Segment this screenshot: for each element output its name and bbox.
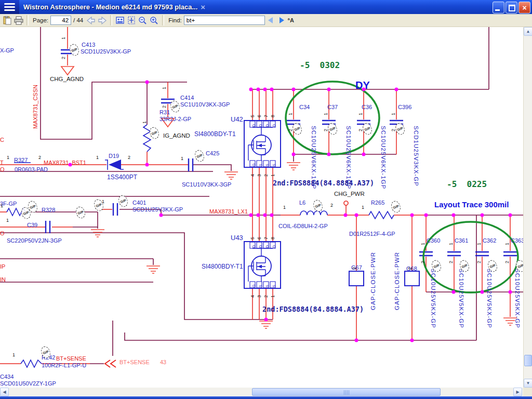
fit-width-button[interactable] (114, 15, 126, 26)
junction-dot (362, 88, 366, 91)
find-input[interactable] (184, 16, 265, 25)
scroll-down-button[interactable]: ▼ (524, 379, 532, 388)
scroll-left-button[interactable]: ◀ (0, 388, 9, 396)
next-view-button[interactable] (97, 15, 108, 26)
schematic-text: C425 (206, 150, 219, 156)
junction-dot (263, 88, 267, 91)
schematic-text: C414 (180, 95, 194, 101)
schematic-text: 2 (161, 105, 167, 108)
schematic-text: COIL-6D8UH-2-GP (278, 223, 328, 229)
junction-dot (69, 163, 72, 167)
horizontal-scrollbar[interactable]: ◀ ▶ (0, 388, 523, 396)
schematic-text: 1 (323, 113, 329, 115)
schematic-text: 1 (181, 155, 183, 162)
close-button[interactable]: × (518, 2, 530, 14)
schematic-text: 1 (60, 37, 66, 39)
schematic-text: GAP-CLOSE-PWR (394, 252, 400, 310)
menu-icon[interactable] (0, 0, 19, 14)
find-next-icon (280, 17, 284, 23)
schematic-text: 2 (128, 154, 130, 161)
junction-dot (327, 88, 331, 91)
schematic-text: CHG_PWR (334, 191, 365, 197)
zoom-out-button[interactable] (137, 15, 149, 26)
schematic-text: G (251, 164, 257, 166)
fit-page-button[interactable] (126, 15, 137, 26)
schematic-text: 1 (6, 217, 9, 223)
schematic-text: 1 (283, 204, 286, 210)
schematic-text: 2 (476, 261, 482, 263)
schematic-text: 4 (249, 174, 256, 177)
junction-dot (159, 214, 163, 217)
schematic-text: IN (0, 276, 6, 283)
junction-dot (424, 214, 428, 217)
schematic-text: 2 (504, 261, 510, 263)
minimize-button[interactable] (493, 2, 504, 14)
schematic-text: 1 (448, 243, 454, 245)
schematic-text: L6 (299, 200, 305, 206)
schematic-text: SC1U10V3KX-3GP (180, 101, 230, 108)
page-number-input[interactable] (50, 16, 71, 25)
schematic-text: D (251, 124, 257, 127)
schematic-text: MAX8731_CSSN (32, 85, 38, 129)
vertical-scrollbar[interactable]: ▲ ▼ (523, 27, 532, 388)
toolbar-separator (110, 15, 112, 25)
schematic-text: C413 (82, 42, 95, 48)
scroll-up-button[interactable]: ▲ (524, 27, 532, 36)
snapshot-button[interactable] (2, 15, 13, 26)
junction-dot (410, 214, 414, 217)
printer-icon (14, 16, 23, 25)
schematic-text: 2 (60, 57, 66, 59)
schematic-text: D (251, 245, 257, 248)
zoom-in-button[interactable] (149, 15, 160, 26)
find-label: Find: (168, 17, 182, 23)
schematic-text: SC1U10V3KX-3GP (182, 181, 231, 188)
schematic-text: D (258, 245, 264, 248)
schematic-text: 2 (420, 261, 426, 263)
schematic-text: SCD01U50V2ZY-1GP (0, 380, 56, 387)
schematic-text: 33R2J-2-GP (159, 116, 191, 122)
clipboard-icon (3, 16, 12, 25)
schematic-text: SC10U25V6KX-1GP (380, 126, 387, 190)
find-previous-button[interactable] (265, 15, 276, 26)
schematic-text: R265 (371, 200, 384, 206)
print-button[interactable] (13, 15, 24, 26)
document-close-icon[interactable]: × (201, 4, 205, 11)
scroll-right-button[interactable]: ▶ (513, 388, 522, 396)
junction-dot (355, 214, 358, 217)
schematic-text: SC10U25V5KX-GP (514, 269, 521, 328)
junction-dot (264, 318, 268, 322)
restore-icon (509, 5, 515, 11)
previous-view-button[interactable] (85, 15, 97, 26)
schematic-text: S (258, 285, 264, 287)
zoom-out-icon (138, 16, 148, 25)
vertical-scroll-thumb[interactable] (524, 355, 532, 366)
junction-dot (481, 214, 484, 217)
schematic-text: 7 (263, 115, 269, 117)
junction-dot (509, 290, 512, 294)
schematic-text: BT+SENSE (119, 359, 150, 365)
junction-dot (452, 214, 456, 217)
schematic-text: C396 (398, 104, 411, 110)
junction-dot (481, 290, 484, 294)
schematic-text: C401 (132, 200, 146, 206)
junction-dot (362, 153, 366, 156)
back-arrow-icon (86, 16, 96, 25)
schematic-text: R31 (159, 109, 170, 115)
schematic-text: C (0, 137, 4, 143)
restore-button[interactable] (506, 2, 517, 14)
schematic-text: 1 (504, 243, 510, 245)
schematic-text: 0R0603-PAD (15, 166, 48, 172)
schematic-text: S (264, 164, 271, 166)
horizontal-scroll-thumb[interactable] (252, 388, 441, 396)
schematic-text: Layout Trace 300mil (434, 202, 509, 208)
match-case-icon[interactable]: ªA (288, 17, 294, 23)
schematic-text: 6 (256, 237, 262, 240)
schematic-text: R328 (42, 207, 55, 213)
schematic-text: 8 (270, 115, 276, 117)
schematic-text: C362 (483, 237, 496, 244)
schematic-page[interactable]: C413SCD1U25V3KX-GPX-GPCHG_AGNDMAX8731_CS… (0, 27, 523, 388)
junction-dot (270, 214, 274, 217)
find-next-button[interactable] (276, 15, 288, 26)
page-total: / 44 (73, 17, 83, 23)
schematic-text: 4 (249, 295, 256, 298)
